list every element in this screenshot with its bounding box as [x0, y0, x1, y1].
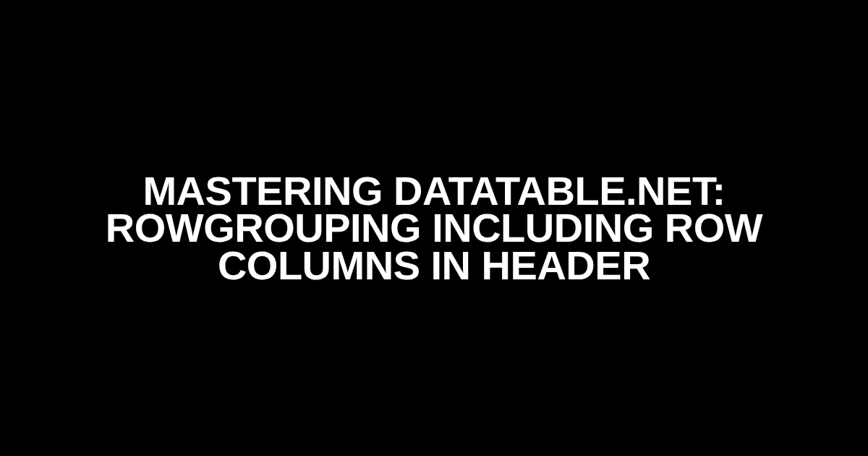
page-title: Mastering DataTable.net: RowGrouping inc… [0, 172, 868, 284]
